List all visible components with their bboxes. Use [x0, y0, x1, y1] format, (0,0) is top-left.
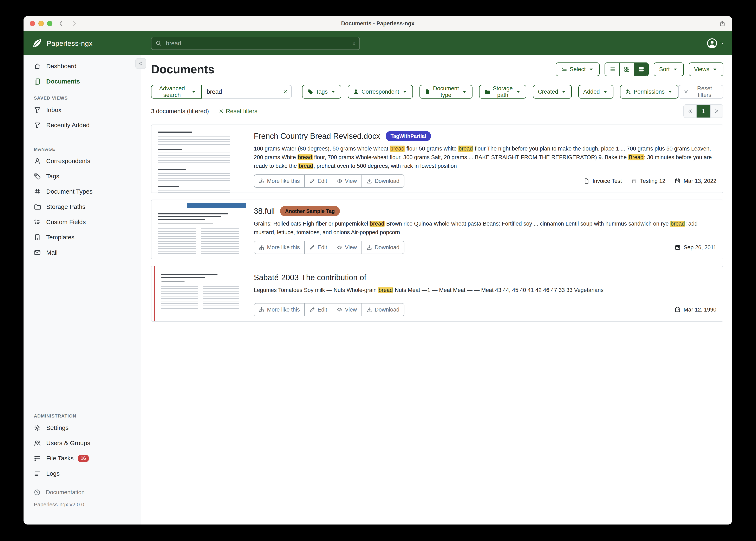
share-icon[interactable] [719, 16, 725, 31]
close-button[interactable] [30, 21, 35, 26]
views-label: Views [694, 66, 709, 73]
box-icon [631, 178, 637, 184]
minimize-button[interactable] [38, 21, 44, 26]
global-search[interactable]: x [151, 37, 360, 50]
documents-page: Documents Select [141, 55, 732, 524]
eye-icon [337, 245, 343, 250]
action-label: Download [375, 178, 399, 184]
next-page-button[interactable] [710, 105, 723, 118]
sidebar-item-storage-paths[interactable]: Storage Paths [24, 199, 141, 215]
sidebar-item-templates[interactable]: Templates [24, 230, 141, 245]
more-like-this-button[interactable]: More like this [254, 303, 304, 316]
view-controls: Select [551, 63, 723, 76]
more-like-this-button[interactable]: More like this [254, 175, 304, 187]
filter-bar: Advanced search Tags Correspondent Docum… [151, 85, 723, 99]
view-button[interactable]: View [332, 303, 361, 316]
mail-icon [34, 249, 41, 256]
reset-filters-link[interactable]: Reset filters [219, 108, 257, 115]
advanced-search-button[interactable]: Advanced search [151, 85, 202, 99]
sidebar-item-inbox[interactable]: Inbox [24, 102, 141, 118]
filter-icon [34, 122, 41, 129]
sidebar-item-document-types[interactable]: Document Types [24, 184, 141, 199]
sidebar-item-recently-added[interactable]: Recently Added [24, 118, 141, 133]
document-thumbnail[interactable] [151, 125, 246, 193]
sidebar-item-correspondents[interactable]: Correspondents [24, 153, 141, 169]
view-mode-grid-button[interactable] [619, 63, 634, 76]
document-title[interactable]: 38.full [254, 206, 275, 217]
sort-button[interactable]: Sort [654, 63, 684, 76]
document-meta: Mar 12, 1990 [674, 306, 716, 313]
filter-correspondent-button[interactable]: Correspondent [348, 85, 413, 99]
documents-icon [34, 78, 41, 85]
document-thumbnail[interactable] [151, 200, 246, 259]
download-button[interactable]: Download [361, 303, 404, 316]
sidebar-item-users-groups[interactable]: Users & Groups [24, 435, 141, 451]
view-mode-list-button[interactable] [605, 63, 619, 76]
pagination: 1 [683, 104, 723, 118]
edit-button[interactable]: Edit [304, 303, 332, 316]
forward-button[interactable] [71, 16, 77, 31]
sidebar-item-dashboard[interactable]: Dashboard [24, 59, 141, 74]
document-thumbnail[interactable] [151, 267, 246, 321]
sidebar-item-custom-fields[interactable]: Custom Fields [24, 215, 141, 230]
filter-tags-button[interactable]: Tags [302, 85, 341, 99]
sidebar-item-file-tasks[interactable]: File Tasks 16 [24, 451, 141, 466]
sidebar-item-mail[interactable]: Mail [24, 245, 141, 260]
sidebar-item-settings[interactable]: Settings [24, 420, 141, 435]
prev-page-button[interactable] [684, 105, 696, 118]
clear-search-icon[interactable]: x [353, 40, 355, 47]
filter-search-input[interactable] [202, 85, 292, 99]
meta-invoice-test[interactable]: Invoice Test [584, 178, 622, 184]
download-button[interactable]: Download [361, 241, 404, 254]
view-mode-detail-button[interactable] [634, 63, 648, 76]
sidebar-item-label: Users & Groups [46, 440, 90, 447]
document-title[interactable]: French Country Bread Revised.docx [254, 131, 380, 142]
back-button[interactable] [58, 16, 64, 31]
app-logo[interactable]: Paperless-ngx [24, 38, 93, 49]
leaf-icon [32, 38, 43, 49]
select-button[interactable]: Select [556, 63, 600, 76]
sidebar-item-tags[interactable]: Tags [24, 169, 141, 184]
download-icon [366, 245, 372, 250]
meta-sep-26-2011[interactable]: Sep 26, 2011 [674, 244, 716, 251]
folder-icon [34, 203, 41, 210]
person-fill-icon [353, 89, 359, 95]
meta-mar-13-2022[interactable]: Mar 13, 2022 [674, 178, 716, 184]
document-tag[interactable]: Another Sample Tag [280, 206, 340, 216]
document-meta: Sep 26, 2011 [674, 244, 716, 251]
sidebar-item-logs[interactable]: Logs [24, 466, 141, 481]
documentation-link[interactable]: Documentation [24, 486, 141, 499]
document-tag[interactable]: TagWithPartial [386, 131, 431, 141]
filter-created-button[interactable]: Created [533, 85, 572, 99]
sidebar-collapse-button[interactable] [135, 58, 146, 69]
reset-filters-button[interactable]: Reset filters [678, 85, 723, 99]
tag-fill-icon [307, 89, 313, 95]
view-button[interactable]: View [332, 241, 361, 254]
current-page-button[interactable]: 1 [696, 105, 710, 118]
clear-filter-icon[interactable] [283, 89, 288, 94]
filter-storage-path-button[interactable]: Storage path [479, 85, 526, 99]
view-button[interactable]: View [332, 175, 361, 187]
filter-added-button[interactable]: Added [578, 85, 613, 99]
filter-permissions-button[interactable]: Permissions [620, 85, 678, 99]
sidebar: Dashboard Documents SAVED VIEWS Inbox Re… [24, 55, 141, 524]
edit-button[interactable]: Edit [304, 241, 332, 254]
page-title: Documents [151, 63, 214, 76]
chevron-double-right-icon [714, 109, 719, 114]
meta-testing-12[interactable]: Testing 12 [631, 178, 665, 184]
document-title[interactable]: Sabaté-2003-The contribution of [254, 272, 366, 283]
zoom-button[interactable] [47, 21, 52, 26]
download-button[interactable]: Download [361, 175, 404, 187]
edit-button[interactable]: Edit [304, 175, 332, 187]
calendar-icon [674, 178, 681, 184]
download-icon [366, 307, 372, 312]
meta-mar-12-1990[interactable]: Mar 12, 1990 [674, 306, 716, 313]
filter-document-type-button[interactable]: Document type [419, 85, 473, 99]
more-like-this-button[interactable]: More like this [254, 241, 304, 254]
sidebar-item-documents[interactable]: Documents [24, 74, 141, 89]
sidebar-section-title: MANAGE [24, 145, 141, 153]
select-icon [561, 66, 567, 72]
views-button[interactable]: Views [689, 63, 723, 76]
global-search-input[interactable] [165, 40, 353, 47]
user-menu[interactable] [706, 31, 725, 55]
